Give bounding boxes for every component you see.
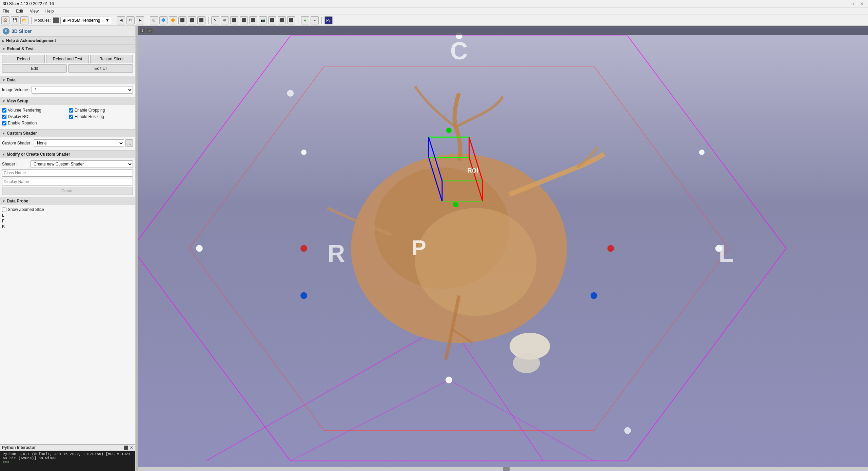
- toolbar-ext2-btn[interactable]: ⬛: [188, 16, 196, 24]
- menu-file[interactable]: File: [1, 8, 11, 14]
- toolbar-modules-icon[interactable]: [53, 17, 59, 23]
- titlebar-title: 3D Slicer 4.13.0-2022-01-16: [3, 1, 54, 6]
- class-name-input[interactable]: [2, 169, 133, 177]
- section-data-probe-header[interactable]: ▼ Data Probe: [0, 197, 135, 205]
- toolbar-icon-save[interactable]: 💾: [11, 16, 19, 24]
- show-zoomed-slice-label: Show Zoomed Slice: [8, 207, 44, 212]
- toolbar-forward-btn[interactable]: ▶: [136, 16, 144, 24]
- toolbar-tag-btn[interactable]: ⬛: [240, 16, 248, 24]
- toolbar-arrow-btn[interactable]: ↖: [211, 16, 219, 24]
- section-viewsetup-header[interactable]: ▼ View Setup: [0, 97, 135, 105]
- section-viewsetup-content: Volume Rendering Enable Cropping Display…: [0, 105, 135, 129]
- svg-point-30: [699, 150, 705, 155]
- section-modify-shader-header[interactable]: ▼ Modify or Create Custom Shader: [0, 150, 135, 158]
- show-zoomed-slice-checkbox[interactable]: [2, 208, 6, 212]
- show-zoomed-slice-row: Show Zoomed Slice: [2, 207, 133, 212]
- main-layout: S 3D Slicer ▶ Help & Acknowledgement ▼ R…: [0, 26, 868, 471]
- edit-ui-button[interactable]: Edit UI: [68, 64, 133, 73]
- toolbar-cursor-btn[interactable]: ⊕: [221, 16, 229, 24]
- svg-line-3: [449, 322, 544, 461]
- custom-shader-select[interactable]: None: [34, 139, 124, 147]
- viewsetup-checkboxes: Volume Rendering Enable Cropping Display…: [2, 107, 133, 127]
- svg-point-27: [287, 90, 294, 97]
- svg-line-2: [206, 322, 449, 461]
- toolbar-view-btn[interactable]: ⬛: [287, 16, 295, 24]
- display-name-input[interactable]: [2, 178, 133, 185]
- section-custom-shader-header[interactable]: ▼ Custom Shader: [0, 129, 135, 137]
- toolbar-grid-btn[interactable]: ⊞: [150, 16, 158, 24]
- svg-point-32: [607, 245, 614, 252]
- toolbar-icon-load[interactable]: 📂: [20, 16, 28, 24]
- shader-select[interactable]: Create new Custom Shader: [31, 160, 133, 168]
- reload-button[interactable]: Reload: [2, 55, 45, 63]
- minimize-button[interactable]: —: [840, 1, 846, 6]
- menu-edit[interactable]: Edit: [15, 8, 24, 14]
- logo-icon: S: [5, 29, 7, 33]
- section-viewsetup-title: View Setup: [7, 99, 28, 103]
- toolbar-reload-btn[interactable]: ↺: [126, 16, 135, 24]
- section-help-title: Help & Acknowledgement: [6, 38, 56, 43]
- enable-resizing-label: Enable Resizing: [75, 114, 104, 119]
- view-toolbar: 1 ⤢: [138, 26, 868, 35]
- section-data-title: Data: [7, 78, 16, 82]
- python-console[interactable]: Python 3.6.7 (default, Jan 16 2022, 23:2…: [0, 451, 135, 471]
- view-hscroll[interactable]: [138, 467, 868, 471]
- enable-resizing-checkbox[interactable]: [69, 115, 73, 119]
- svg-marker-1: [189, 66, 729, 430]
- toolbar-sep-5: [298, 17, 298, 24]
- edit-button[interactable]: Edit: [2, 64, 67, 73]
- section-data-probe-title: Data Probe: [7, 199, 28, 203]
- toolbar-map-btn[interactable]: ⬛: [278, 16, 286, 24]
- volume-rendering-checkbox[interactable]: [2, 108, 6, 113]
- toolbar-python-btn[interactable]: Py: [324, 16, 333, 24]
- menu-view[interactable]: View: [28, 8, 40, 14]
- svg-text:R: R: [328, 240, 345, 267]
- python-console-text: Python 3.6.7 (default, Jan 16 2022, 23:2…: [3, 452, 132, 460]
- svg-point-17: [446, 127, 452, 133]
- section-modify-shader-title: Modify or Create Custom Shader: [7, 152, 70, 157]
- custom-shader-arrow-icon: ▼: [2, 132, 5, 135]
- toolbar-back-btn[interactable]: ◀: [117, 16, 125, 24]
- close-button[interactable]: ✕: [859, 1, 865, 6]
- toolbar-ext3-btn[interactable]: ⬛: [197, 16, 205, 24]
- view-number: 1: [140, 28, 145, 33]
- svg-point-24: [196, 245, 203, 252]
- section-custom-shader-content: Custom Shader : None …: [0, 137, 135, 150]
- section-data-header[interactable]: ▼ Data: [0, 76, 135, 84]
- toolbar-icon-home[interactable]: 🏠: [1, 16, 9, 24]
- toolbar-mark-btn[interactable]: ⬛: [230, 16, 238, 24]
- toolbar-snapshot-btn[interactable]: 📷: [259, 16, 267, 24]
- maximize-button[interactable]: □: [849, 1, 856, 6]
- python-interactor-close-btn[interactable]: ✕: [130, 446, 133, 450]
- view-3d[interactable]: 1 ⤢: [138, 26, 868, 471]
- modules-dropdown[interactable]: 🖥 PRISM Rendering ▼: [60, 17, 111, 24]
- toolbar-dash-btn[interactable]: −: [311, 16, 319, 24]
- restart-slicer-button[interactable]: Restart Slicer: [90, 55, 133, 63]
- toolbar-vol-btn[interactable]: 🔷: [159, 16, 167, 24]
- view-expand-btn[interactable]: ⤢: [146, 28, 153, 33]
- section-help-header[interactable]: ▶ Help & Acknowledgement: [0, 37, 135, 45]
- custom-shader-dots-button[interactable]: …: [125, 139, 133, 147]
- toolbar-dicom-btn[interactable]: ⬛: [268, 16, 276, 24]
- enable-rotation-checkbox[interactable]: [2, 121, 6, 125]
- image-volume-select[interactable]: 1: [32, 86, 133, 94]
- toolbar-record-btn[interactable]: ⬛: [249, 16, 257, 24]
- python-interactor-controls: ⬛ ✕: [124, 446, 133, 450]
- section-reload-header[interactable]: ▼ Reload & Test: [0, 45, 135, 53]
- toolbar-ext1-btn[interactable]: ⬛: [178, 16, 186, 24]
- toolbar-mesh-btn[interactable]: 🔶: [169, 16, 177, 24]
- python-interactor-maximize-btn[interactable]: ⬛: [124, 446, 129, 450]
- svg-point-34: [591, 292, 597, 299]
- display-roi-checkbox[interactable]: [2, 115, 6, 119]
- hscroll-thumb[interactable]: [503, 467, 510, 471]
- enable-cropping-checkbox[interactable]: [69, 108, 73, 113]
- reload-and-test-button[interactable]: Reload and Test: [46, 55, 89, 63]
- shader-select-row: Shader : Create new Custom Shader: [2, 160, 133, 168]
- titlebar: 3D Slicer 4.13.0-2022-01-16 — □ ✕: [0, 0, 868, 7]
- toolbar-plus-btn[interactable]: +: [301, 16, 309, 24]
- enable-resizing-row: Enable Resizing: [69, 114, 133, 119]
- section-reload-title: Reload & Test: [7, 46, 34, 51]
- menu-help[interactable]: Help: [44, 8, 55, 14]
- probe-b-row: B: [2, 224, 133, 229]
- custom-shader-label: Custom Shader :: [2, 141, 33, 145]
